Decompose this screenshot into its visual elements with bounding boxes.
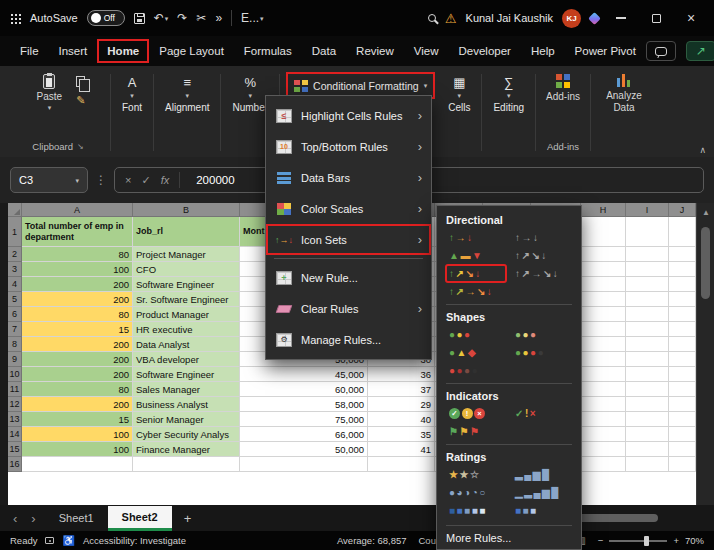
row-header-7[interactable]: 7: [8, 322, 22, 337]
menu-tab-view[interactable]: View: [404, 39, 449, 63]
sheet-tab-sheet1[interactable]: Sheet1: [45, 507, 108, 529]
cell-j12[interactable]: [669, 397, 696, 412]
iconset-option[interactable]: ⚑⚑⚑: [446, 423, 506, 440]
analyze-data-button[interactable]: Analyze Data: [593, 70, 655, 113]
iconset-option[interactable]: ●●●: [512, 326, 572, 343]
cell-b15[interactable]: Finance Manager: [133, 442, 240, 457]
cell-i11[interactable]: [626, 382, 669, 397]
cell-j1[interactable]: [669, 217, 696, 247]
cut-button[interactable]: ✂: [196, 12, 206, 24]
menu-tab-developer[interactable]: Developer: [449, 39, 521, 63]
cell-a1[interactable]: Total number of emp in department: [22, 217, 133, 247]
cell-a5[interactable]: 200: [22, 292, 133, 307]
iconset-option[interactable]: ★★☆: [446, 466, 506, 483]
row-header-12[interactable]: 12: [8, 397, 22, 412]
cell-b9[interactable]: VBA developer: [133, 352, 240, 367]
cell-a9[interactable]: 200: [22, 352, 133, 367]
cell-j6[interactable]: [669, 307, 696, 322]
cell-j8[interactable]: [669, 337, 696, 352]
row-header-1[interactable]: 1: [8, 217, 22, 247]
warning-icon[interactable]: ⚠: [445, 11, 457, 26]
cell-j9[interactable]: [669, 352, 696, 367]
iconset-option[interactable]: ■■■: [512, 502, 572, 519]
menu-tab-file[interactable]: File: [10, 39, 49, 63]
cell-d12[interactable]: 29: [368, 397, 435, 412]
zoom-in-icon[interactable]: +: [673, 535, 679, 546]
iconset-option[interactable]: ↑↗↘↓: [446, 265, 506, 282]
collapse-ribbon-icon[interactable]: ∧: [699, 145, 706, 155]
cell-h3[interactable]: [581, 262, 626, 277]
cell-h15[interactable]: [581, 442, 626, 457]
cell-i4[interactable]: [626, 277, 669, 292]
iconset-option[interactable]: ↑↗↘↓: [512, 247, 572, 264]
cell-d11[interactable]: 37: [368, 382, 435, 397]
cell-a6[interactable]: 80: [22, 307, 133, 322]
cell-a4[interactable]: 200: [22, 277, 133, 292]
enter-icon[interactable]: ✓: [141, 174, 150, 187]
cf-menu-item-icon-sets[interactable]: ↑→↓Icon Sets›: [266, 224, 431, 255]
column-header-a[interactable]: A: [22, 203, 133, 217]
iconset-option[interactable]: ↑↗→↘↓: [446, 283, 506, 300]
search-button[interactable]: [428, 14, 436, 22]
account-name[interactable]: Kunal Jai Kaushik: [466, 12, 553, 24]
cell-b12[interactable]: Business Analyst: [133, 397, 240, 412]
cell-i16[interactable]: [626, 457, 669, 472]
cell-j4[interactable]: [669, 277, 696, 292]
cell-c13[interactable]: 75,000: [240, 412, 368, 427]
cell-b10[interactable]: Software Engineer: [133, 367, 240, 382]
maximize-button[interactable]: [643, 5, 669, 31]
cell-i10[interactable]: [626, 367, 669, 382]
row-header-2[interactable]: 2: [8, 247, 22, 262]
sheet-tab-sheet2[interactable]: Sheet2: [108, 506, 172, 531]
comments-button[interactable]: [646, 41, 676, 61]
format-painter-icon[interactable]: ✎: [76, 94, 85, 107]
cell-d16[interactable]: [368, 457, 435, 472]
iconset-option[interactable]: ✓!×: [446, 405, 506, 422]
cell-i5[interactable]: [626, 292, 669, 307]
cell-h5[interactable]: [581, 292, 626, 307]
cell-d14[interactable]: 35: [368, 427, 435, 442]
zoom-out-icon[interactable]: −: [598, 535, 604, 546]
font-group-button[interactable]: A ▾ Font: [113, 70, 151, 155]
accessibility-status[interactable]: Accessibility: Investigate: [83, 535, 186, 546]
zoom-knob[interactable]: [644, 536, 649, 546]
quick-access-overflow-button[interactable]: »: [215, 12, 222, 24]
cell-c12[interactable]: 58,000: [240, 397, 368, 412]
alignment-group-button[interactable]: ≡ ▾ Alignment: [156, 70, 218, 155]
dialog-launcher-icon[interactable]: ↘: [77, 142, 84, 151]
cell-h2[interactable]: [581, 247, 626, 262]
cell-b4[interactable]: Software Engineer: [133, 277, 240, 292]
cell-j10[interactable]: [669, 367, 696, 382]
cell-i13[interactable]: [626, 412, 669, 427]
cell-b11[interactable]: Sales Manager: [133, 382, 240, 397]
cell-b7[interactable]: HR executive: [133, 322, 240, 337]
cell-h9[interactable]: [581, 352, 626, 367]
vertical-scroll-thumb[interactable]: [701, 227, 710, 299]
autosave-toggle[interactable]: Off: [87, 10, 125, 26]
cell-d13[interactable]: 40: [368, 412, 435, 427]
cell-j16[interactable]: [669, 457, 696, 472]
menu-tab-insert[interactable]: Insert: [49, 39, 98, 63]
cell-h1[interactable]: [581, 217, 626, 247]
iconset-option[interactable]: ▂▄▆█: [512, 466, 572, 483]
select-all-corner[interactable]: [8, 203, 22, 217]
macro-record-icon[interactable]: [45, 537, 54, 544]
addins-button[interactable]: Add-ins: [538, 70, 588, 103]
row-header-4[interactable]: 4: [8, 277, 22, 292]
fx-icon[interactable]: fx: [161, 174, 170, 186]
document-name-menu[interactable]: E...▾: [241, 12, 264, 24]
zoom-slider[interactable]: [609, 540, 667, 542]
cell-c15[interactable]: 50,000: [240, 442, 368, 457]
cell-b14[interactable]: Cyber Security Analys: [133, 427, 240, 442]
cell-h10[interactable]: [581, 367, 626, 382]
scroll-up-icon[interactable]: ▲: [702, 208, 710, 217]
cell-b5[interactable]: Sr. Software Engineer: [133, 292, 240, 307]
cell-a13[interactable]: 15: [22, 412, 133, 427]
cell-i15[interactable]: [626, 442, 669, 457]
cell-j14[interactable]: [669, 427, 696, 442]
cell-j7[interactable]: [669, 322, 696, 337]
iconset-option[interactable]: ●●●: [446, 326, 506, 343]
cf-menu-item-new-rule[interactable]: +New Rule...: [266, 262, 431, 293]
cell-c14[interactable]: 66,000: [240, 427, 368, 442]
cell-a15[interactable]: 100: [22, 442, 133, 457]
